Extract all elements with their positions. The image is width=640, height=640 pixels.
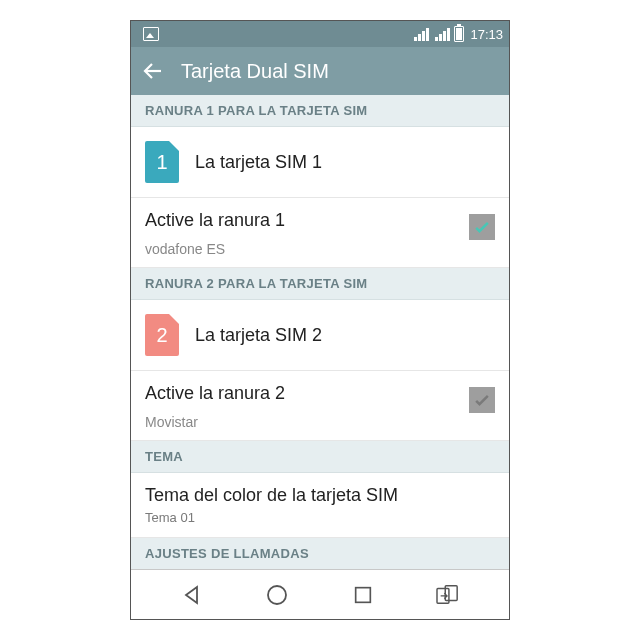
section-slot1: RANURA 1 PARA LA TARJETA SIM — [131, 95, 509, 127]
gallery-icon — [143, 27, 159, 41]
page-title: Tarjeta Dual SIM — [181, 60, 329, 83]
back-button[interactable] — [141, 59, 165, 83]
section-slot2: RANURA 2 PARA LA TARJETA SIM — [131, 268, 509, 300]
status-bar: 17:13 — [131, 21, 509, 47]
nav-sim-switch-button[interactable] — [434, 581, 462, 609]
svg-point-0 — [268, 586, 286, 604]
activate-slot1-title: Active la ranura 1 — [145, 210, 495, 231]
theme-title: Tema del color de la tarjeta SIM — [145, 485, 398, 506]
activate-slot2-checkbox[interactable] — [469, 387, 495, 413]
theme-row[interactable]: Tema del color de la tarjeta SIM Tema 01 — [131, 473, 509, 538]
svg-rect-1 — [355, 587, 370, 602]
activate-slot2-title: Active la ranura 2 — [145, 383, 495, 404]
navigation-bar — [131, 569, 509, 619]
device-frame: 17:13 Tarjeta Dual SIM RANURA 1 PARA LA … — [130, 20, 510, 620]
app-bar: Tarjeta Dual SIM — [131, 47, 509, 95]
activate-slot1-row[interactable]: Active la ranura 1 vodafone ES — [131, 198, 509, 268]
theme-value: Tema 01 — [145, 510, 195, 525]
sim2-label: La tarjeta SIM 2 — [195, 325, 495, 346]
signal-sim1-icon — [414, 27, 429, 41]
battery-icon — [454, 26, 464, 42]
activate-slot1-checkbox[interactable] — [469, 214, 495, 240]
section-call: AJUSTES DE LLAMADAS — [131, 538, 509, 569]
clock: 17:13 — [470, 27, 503, 42]
nav-recent-button[interactable] — [349, 581, 377, 609]
sim2-carrier: Movistar — [145, 414, 495, 430]
signal-sim2-icon — [435, 27, 450, 41]
sim1-row[interactable]: 1 La tarjeta SIM 1 — [131, 127, 509, 198]
section-theme: TEMA — [131, 441, 509, 473]
sim1-icon: 1 — [145, 141, 179, 183]
nav-home-button[interactable] — [263, 581, 291, 609]
content-scroll[interactable]: RANURA 1 PARA LA TARJETA SIM 1 La tarjet… — [131, 95, 509, 569]
sim2-icon: 2 — [145, 314, 179, 356]
nav-back-button[interactable] — [178, 581, 206, 609]
sim2-row[interactable]: 2 La tarjeta SIM 2 — [131, 300, 509, 371]
sim1-label: La tarjeta SIM 1 — [195, 152, 495, 173]
activate-slot2-row[interactable]: Active la ranura 2 Movistar — [131, 371, 509, 441]
sim1-carrier: vodafone ES — [145, 241, 495, 257]
